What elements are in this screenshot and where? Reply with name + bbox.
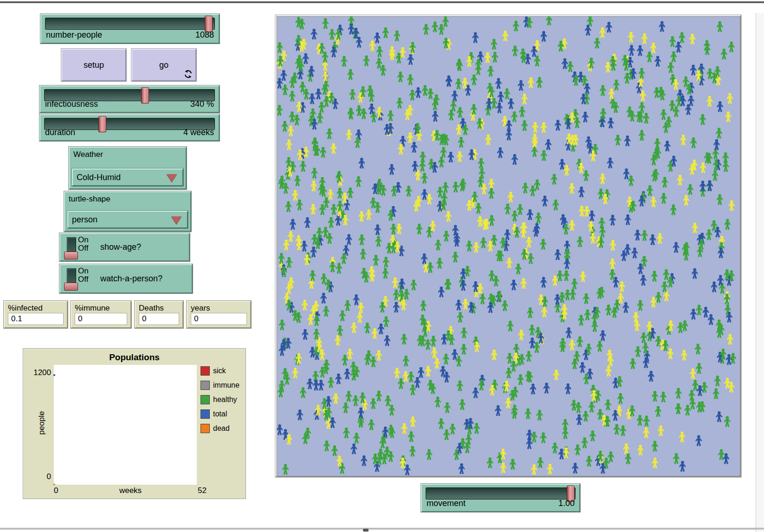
window-bottom-border: [0, 528, 764, 530]
switch-label: watch-a-person?: [100, 265, 162, 292]
y-axis-name: people: [37, 395, 46, 451]
dead-color-swatch: [201, 424, 210, 433]
switch-label: show-age?: [100, 234, 141, 260]
plot-legend: sick immune healthy total dead: [201, 366, 240, 438]
plot-title: Populations: [23, 352, 246, 363]
immune-color-swatch: [201, 381, 210, 390]
legend-item: total: [201, 409, 240, 419]
weather-chooser[interactable]: Weather Cold-Humid: [69, 147, 187, 189]
switch-handle[interactable]: [64, 252, 78, 260]
slider-track[interactable]: [426, 487, 576, 500]
turtle-shape-chooser[interactable]: turtle-shape person: [64, 191, 191, 232]
legend-item: immune: [201, 381, 240, 390]
y-axis-min-label: 0: [26, 472, 51, 481]
monitor-value: 0: [191, 313, 247, 325]
slider-value: 1088: [195, 30, 214, 40]
monitor-label: years: [191, 304, 210, 313]
setup-button[interactable]: setup: [61, 49, 126, 81]
legend-label: total: [213, 410, 227, 418]
populations-plot: Populations 1200 0 people 0 weeks 52 sic…: [23, 348, 246, 499]
chooser-selected-value: Cold-Humid: [77, 173, 121, 182]
sick-color-swatch: [201, 366, 210, 376]
monitor-value: 0: [139, 313, 179, 325]
slider-label: movement: [427, 499, 466, 508]
monitor-value: 0: [75, 313, 127, 325]
legend-label: sick: [213, 367, 226, 375]
deaths-monitor: Deaths 0: [135, 301, 183, 328]
monitor-label: %immune: [75, 304, 110, 313]
total-series-point: [53, 374, 55, 376]
agents-canvas: [277, 16, 740, 476]
forever-icon: [184, 70, 193, 78]
slider-value: 4 weeks: [183, 128, 214, 137]
percent-immune-monitor: %immune 0: [71, 301, 131, 328]
legend-item: dead: [201, 424, 240, 433]
monitor-value: 0.1: [8, 313, 64, 325]
switch-off-label: Off: [78, 244, 89, 253]
switch-off-label: Off: [78, 275, 89, 284]
monitor-label: Deaths: [139, 304, 164, 313]
show-age-switch[interactable]: On Off show-age?: [59, 233, 190, 261]
chevron-down-icon: [171, 216, 181, 224]
x-axis-max-label: 52: [198, 486, 207, 495]
slider-handle[interactable]: [205, 16, 213, 32]
slider-label: infectiousness: [45, 99, 98, 109]
switch-on-label: On: [78, 236, 89, 244]
monitor-label: %infected: [8, 304, 43, 313]
slider-value: 1.00: [558, 499, 575, 508]
watch-a-person-switch[interactable]: On Off watch-a-person?: [59, 264, 193, 293]
chooser-label: turtle-shape: [69, 195, 110, 204]
duration-slider[interactable]: duration 4 weeks: [39, 114, 220, 141]
x-axis-name: weeks: [103, 486, 158, 495]
window-top-border: [0, 1, 764, 3]
healthy-color-swatch: [201, 395, 210, 404]
percent-infected-monitor: %infected 0.1: [4, 301, 68, 328]
legend-label: immune: [213, 381, 240, 389]
world-view[interactable]: [275, 15, 741, 477]
switch-on-label: On: [78, 267, 89, 275]
chooser-label: Weather: [73, 150, 103, 159]
turtle-shape-dropdown[interactable]: person: [67, 211, 188, 228]
go-button[interactable]: go: [131, 49, 196, 81]
switch-handle[interactable]: [64, 283, 78, 291]
legend-label: dead: [213, 424, 230, 433]
slider-label: duration: [45, 128, 75, 137]
legend-item: healthy: [201, 395, 240, 404]
go-button-label: go: [159, 60, 168, 70]
right-scroll-gutter: [756, 13, 764, 532]
total-color-swatch: [201, 409, 210, 419]
slider-track[interactable]: [45, 18, 215, 30]
right-separator-line: [756, 13, 756, 532]
legend-item: sick: [201, 366, 240, 376]
slider-value: 340 %: [190, 99, 214, 109]
dead-series-point: [53, 484, 55, 485]
legend-label: healthy: [213, 396, 237, 404]
netlogo-virus-model-window: { "sliders": { "number_people": { "label…: [0, 0, 764, 532]
infectiousness-slider[interactable]: infectiousness 340 %: [39, 85, 220, 113]
movement-slider[interactable]: movement 1.00: [421, 484, 580, 512]
plot-canvas: [54, 365, 197, 485]
chooser-selected-value: person: [72, 215, 97, 225]
number-people-slider[interactable]: number-people 1088: [40, 14, 220, 44]
resize-grip[interactable]: [363, 529, 369, 532]
x-axis-min-label: 0: [54, 486, 58, 495]
setup-button-label: setup: [84, 60, 104, 70]
y-axis-max-label: 1200: [26, 368, 51, 377]
years-monitor: years 0: [187, 301, 251, 328]
weather-dropdown[interactable]: Cold-Humid: [72, 169, 183, 186]
chevron-down-icon: [167, 174, 177, 182]
slider-label: number-people: [46, 30, 102, 40]
